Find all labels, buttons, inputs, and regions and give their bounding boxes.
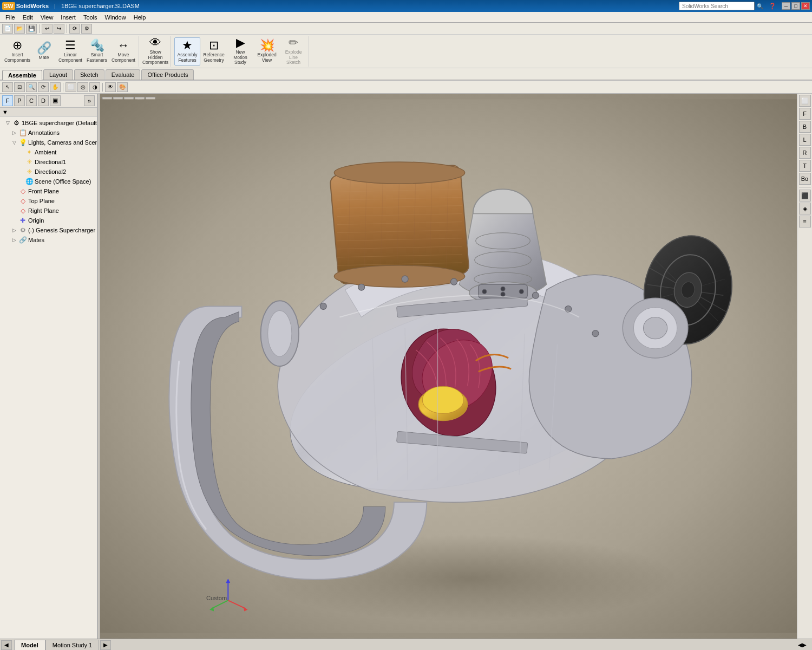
top-plane-icon: ◇ xyxy=(18,197,27,205)
display-style-btn[interactable]: ◑ xyxy=(89,82,100,92)
assembly-toggle[interactable]: ▽ xyxy=(4,120,11,126)
close-button[interactable]: ✕ xyxy=(801,2,810,10)
tree-front-plane[interactable]: ◇ Front Plane xyxy=(0,186,97,196)
property-manager-btn[interactable]: P xyxy=(14,95,25,106)
tab-assemble[interactable]: Assemble xyxy=(2,70,42,80)
redo-btn[interactable]: ↪ xyxy=(54,24,64,34)
bottom-view-btn[interactable]: Bo xyxy=(799,173,811,185)
show-hidden-btn[interactable]: 👁 ShowHiddenComponents xyxy=(142,37,168,66)
linear-component-btn[interactable]: ☰ LinearComponent xyxy=(57,37,83,66)
reference-geometry-btn[interactable]: ⊡ ReferenceGeometry xyxy=(201,37,227,66)
tree-scene[interactable]: 🌐 Scene (Office Space) xyxy=(0,177,97,186)
menu-bar: File Edit View Insert Tools Window Help xyxy=(0,12,812,23)
front-view-btn[interactable]: F xyxy=(799,108,811,120)
menu-view[interactable]: View xyxy=(37,13,57,22)
section-view-btn[interactable]: ⬜ xyxy=(66,82,76,92)
explode-line-sketch-btn[interactable]: ✏ ExplodeLineSketch xyxy=(280,37,306,66)
lights-toggle[interactable]: ▽ xyxy=(11,139,17,146)
main-content: F P C D ▣ » ▼ ▽ ⚙ 1BGE supercharger (Def… xyxy=(0,94,812,639)
zoom-to-fit-btn[interactable]: ⊡ xyxy=(14,82,25,92)
tree-toggle-main[interactable]: ▼ xyxy=(2,109,8,115)
feature-manager-btn[interactable]: F xyxy=(2,95,13,106)
tree-genesis[interactable]: ▷ ⚙ (-) Genesis Supercharger Final xyxy=(0,225,97,235)
annotations-toggle[interactable]: ▷ xyxy=(11,129,17,136)
menu-insert[interactable]: Insert xyxy=(57,13,79,22)
dimxpert-btn[interactable]: D xyxy=(38,95,49,106)
rebuild-btn[interactable]: ⟳ xyxy=(69,24,80,34)
viewport[interactable]: ⊡ ◎ ◑ ⬜ ⟨⟩ xyxy=(100,94,797,639)
search-input[interactable] xyxy=(679,2,755,10)
view3d-btn[interactable]: ⬜ xyxy=(799,95,811,107)
zoom-region-btn[interactable]: 🔍 xyxy=(26,82,37,92)
tree-lights[interactable]: ▽ 💡 Lights, Cameras and Scene xyxy=(0,138,97,147)
zebra-stripes-btn[interactable]: ≡ xyxy=(799,216,811,227)
bottom-tab-model[interactable]: Model xyxy=(14,640,45,651)
menu-tools[interactable]: Tools xyxy=(80,13,101,22)
back-view-btn[interactable]: B xyxy=(799,121,811,133)
menu-help[interactable]: Help xyxy=(130,13,149,22)
tree-annotations[interactable]: ▷ 📋 Annotations xyxy=(0,128,97,138)
svg-text:Custom: Custom xyxy=(206,595,227,601)
section-cut-btn[interactable]: ⬛ xyxy=(799,190,811,202)
tree-ambient[interactable]: ✦ Ambient xyxy=(0,147,97,157)
save-btn[interactable]: 💾 xyxy=(26,24,37,34)
undo-btn[interactable]: ↩ xyxy=(42,24,53,34)
dir1-label: Directional1 xyxy=(35,159,66,165)
menu-edit[interactable]: Edit xyxy=(19,13,36,22)
display-manager-btn[interactable]: ▣ xyxy=(50,95,61,106)
tree-header: ▼ xyxy=(0,108,97,117)
left-panel: F P C D ▣ » ▼ ▽ ⚙ 1BGE supercharger (Def… xyxy=(0,94,97,639)
menu-window[interactable]: Window xyxy=(102,13,129,22)
open-btn[interactable]: 📂 xyxy=(14,24,25,34)
new-btn[interactable]: 📄 xyxy=(2,24,13,34)
config-manager-btn[interactable]: C xyxy=(26,95,37,106)
display-mode-btn[interactable]: ◈ xyxy=(799,203,811,214)
tab-evaluate[interactable]: Evaluate xyxy=(106,69,141,80)
restore-button[interactable]: □ xyxy=(791,2,800,10)
menu-file[interactable]: File xyxy=(2,13,18,22)
tree-origin[interactable]: ✚ Origin xyxy=(0,216,97,225)
help-icon[interactable]: ❓ xyxy=(767,3,778,10)
scroll-right-btn[interactable]: ▶ xyxy=(100,640,111,650)
scene-label: Scene (Office Space) xyxy=(35,178,91,185)
bottom-tab-motion-study[interactable]: Motion Study 1 xyxy=(45,640,99,651)
rotate-view-btn[interactable]: ⟳ xyxy=(38,82,49,92)
top-plane-toggle xyxy=(11,198,17,204)
options-btn[interactable]: ⚙ xyxy=(81,24,92,34)
tree-top-plane[interactable]: ◇ Top Plane xyxy=(0,196,97,206)
left-view-btn[interactable]: L xyxy=(799,134,811,146)
search-icon[interactable]: 🔍 xyxy=(757,3,763,9)
tree-right-plane[interactable]: ◇ Right Plane xyxy=(0,206,97,216)
svg-point-56 xyxy=(482,289,487,294)
tree-mates[interactable]: ▷ 🔗 Mates xyxy=(0,235,97,245)
move-component-btn[interactable]: ↔ MoveComponent xyxy=(110,37,136,66)
insert-components-btn[interactable]: ⊕ Insert Components xyxy=(4,37,30,66)
genesis-toggle[interactable]: ▷ xyxy=(11,227,17,233)
exploded-view-btn[interactable]: 💥 ExplodedView xyxy=(254,37,280,66)
top-view-btn[interactable]: T xyxy=(799,160,811,172)
tab-office-products[interactable]: Office Products xyxy=(141,69,194,80)
tree-assembly-root[interactable]: ▽ ⚙ 1BGE supercharger (Default<Displa xyxy=(0,118,97,128)
smart-fasteners-btn[interactable]: 🔩 SmartFasteners xyxy=(84,37,110,66)
minimize-button[interactable]: ─ xyxy=(782,2,790,10)
view-orient-btn[interactable]: ◎ xyxy=(77,82,88,92)
assembly-features-btn[interactable]: ★ AssemblyFeatures xyxy=(174,37,200,66)
tree-directional1[interactable]: ☀ Directional1 xyxy=(0,157,97,167)
svg-point-46 xyxy=(451,278,457,285)
new-motion-study-label: NewMotionStudy xyxy=(233,50,247,65)
right-view-btn[interactable]: R xyxy=(799,147,811,159)
pan-btn[interactable]: ✋ xyxy=(50,82,61,92)
tab-sketch[interactable]: Sketch xyxy=(74,69,104,80)
pointer-btn[interactable]: ↖ xyxy=(2,82,13,92)
hide-show-btn[interactable]: 👁 xyxy=(105,82,116,92)
mates-toggle[interactable]: ▷ xyxy=(11,237,17,243)
tab-layout[interactable]: Layout xyxy=(43,69,73,80)
tree-directional2[interactable]: ☀ Directional2 xyxy=(0,167,97,177)
appearance-btn[interactable]: 🎨 xyxy=(117,82,128,92)
mate-btn[interactable]: 🔗 Mate xyxy=(31,37,57,66)
show-hidden-icon: 👁 xyxy=(149,37,161,49)
assembly-name: 1BGE supercharger (Default<Displa xyxy=(22,120,97,126)
scroll-left-btn[interactable]: ◀ xyxy=(1,640,12,650)
new-motion-study-btn[interactable]: ▶ NewMotionStudy xyxy=(227,37,253,66)
panel-expand-btn[interactable]: » xyxy=(84,95,95,106)
